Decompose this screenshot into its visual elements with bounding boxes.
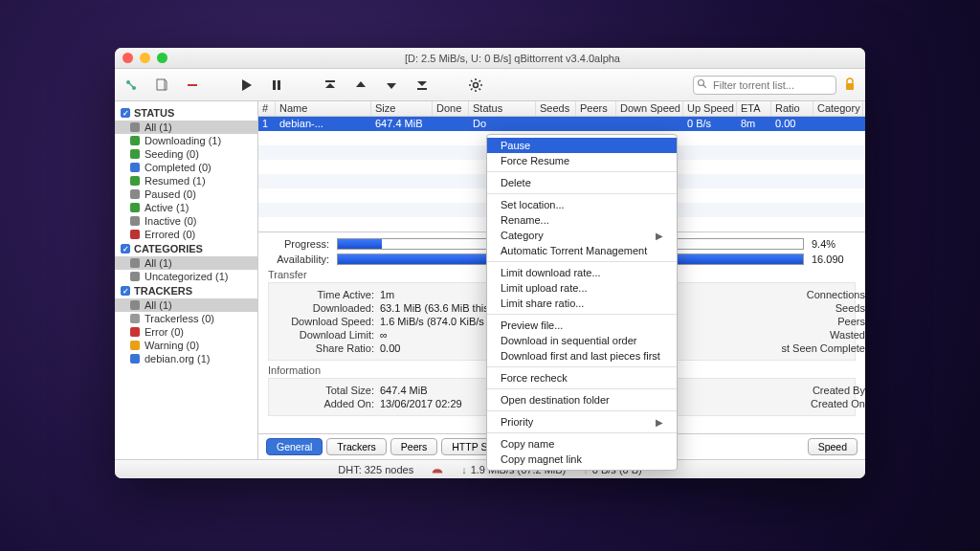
menu-separator — [487, 410, 677, 411]
menu-item[interactable]: Priority▶ — [487, 414, 677, 430]
menu-item[interactable]: Force recheck — [487, 370, 677, 386]
column-header[interactable]: Status — [469, 101, 536, 116]
field-key: Added On: — [275, 398, 380, 409]
menu-item[interactable]: Limit download rate... — [487, 265, 677, 280]
svg-rect-10 — [846, 83, 854, 90]
field-key: Peers: — [772, 316, 865, 327]
sidebar-section[interactable]: ✓TRACKERS — [115, 283, 257, 298]
field-key: Download Limit: — [275, 329, 380, 341]
column-header[interactable]: Size — [371, 101, 433, 116]
sidebar-section[interactable]: ✓CATEGORIES — [115, 241, 257, 256]
pause-icon[interactable] — [268, 77, 285, 94]
field-key: Wasted: — [772, 329, 865, 341]
sidebar-item[interactable]: debian.org (1) — [115, 352, 257, 365]
move-down-icon[interactable] — [383, 77, 400, 94]
field-key: Seeds: — [772, 302, 865, 314]
sidebar-item[interactable]: All (1) — [115, 256, 257, 270]
menu-item[interactable]: Open destination folder — [487, 392, 677, 408]
titlebar: [D: 2.5 MiB/s, U: 0 B/s] qBittorrent v3.… — [115, 48, 865, 69]
sidebar-item[interactable]: Trackerless (0) — [115, 312, 257, 325]
menu-item[interactable]: Pause — [487, 138, 677, 153]
svg-point-8 — [474, 82, 479, 87]
sidebar-item[interactable]: Error (0) — [115, 325, 257, 339]
field-key: Total Size: — [275, 385, 380, 396]
column-header[interactable]: Down Speed — [616, 101, 683, 116]
sidebar-item[interactable]: Seeding (0) — [115, 147, 257, 161]
column-header[interactable]: Seeds — [536, 101, 576, 116]
tab-trackers[interactable]: Trackers — [326, 438, 386, 455]
menu-separator — [487, 388, 677, 389]
menu-separator — [487, 171, 677, 172]
menu-item[interactable]: Limit upload rate... — [487, 280, 677, 296]
availability-label: Availability: — [268, 253, 329, 265]
column-header[interactable]: # — [258, 101, 276, 116]
field-key: Download Speed: — [275, 316, 380, 327]
menu-separator — [487, 366, 677, 367]
remove-icon[interactable] — [184, 77, 201, 94]
sidebar-item[interactable]: Paused (0) — [115, 187, 257, 201]
add-link-icon[interactable] — [122, 77, 140, 94]
move-top-icon[interactable] — [322, 77, 339, 94]
sidebar-item[interactable]: Active (1) — [115, 201, 257, 214]
context-menu: PauseForce ResumeDeleteSet location...Re… — [486, 134, 678, 471]
column-header[interactable]: Done — [433, 101, 469, 116]
sidebar-item[interactable]: Completed (0) — [115, 161, 257, 174]
field-key: Created By: — [772, 385, 865, 396]
menu-separator — [487, 432, 677, 433]
svg-rect-7 — [417, 88, 427, 90]
search-input[interactable] — [693, 76, 836, 95]
altspeed-icon[interactable] — [431, 463, 444, 476]
field-key: st Seen Complete: — [772, 342, 865, 354]
svg-point-9 — [699, 79, 704, 85]
sidebar-item[interactable]: Downloading (1) — [115, 134, 257, 147]
menu-item[interactable]: Download first and last pieces first — [487, 348, 677, 364]
settings-icon[interactable] — [467, 77, 484, 94]
dht-status[interactable]: DHT: 325 nodes — [338, 464, 413, 475]
column-header[interactable]: Peers — [576, 101, 616, 116]
menu-item[interactable]: Preview file... — [487, 318, 677, 333]
menu-item[interactable]: Category▶ — [487, 228, 677, 243]
field-key: Created On: — [772, 398, 865, 409]
close-icon[interactable] — [122, 53, 133, 63]
progress-value: 9.4% — [812, 238, 856, 250]
speed-button[interactable]: Speed — [808, 438, 858, 455]
resume-icon[interactable] — [237, 77, 255, 94]
tab-peers[interactable]: Peers — [390, 438, 437, 455]
sidebar-section[interactable]: ✓STATUS — [115, 105, 257, 121]
menu-item[interactable]: Limit share ratio... — [487, 296, 677, 311]
column-header[interactable]: Name — [276, 101, 371, 116]
column-header[interactable]: Up Speed — [683, 101, 737, 116]
menu-item[interactable]: Force Resume — [487, 153, 677, 168]
minimize-icon[interactable] — [140, 53, 150, 63]
menu-item[interactable]: Copy name — [487, 436, 677, 452]
svg-rect-2 — [157, 79, 165, 90]
menu-separator — [487, 261, 677, 262]
column-header[interactable]: ETA — [737, 101, 771, 116]
menu-item[interactable]: Delete — [487, 175, 677, 190]
sidebar-item[interactable]: All (1) — [115, 298, 257, 312]
zoom-icon[interactable] — [157, 53, 167, 63]
move-up-icon[interactable] — [352, 77, 369, 94]
menu-item[interactable]: Set location... — [487, 197, 677, 212]
svg-rect-6 — [325, 80, 335, 82]
menu-item[interactable]: Copy magnet link — [487, 452, 677, 467]
svg-rect-4 — [273, 80, 276, 90]
menu-separator — [487, 193, 677, 194]
menu-item[interactable]: Automatic Torrent Management — [487, 243, 677, 258]
column-header[interactable]: Ratio — [771, 101, 813, 116]
add-file-icon[interactable] — [153, 77, 170, 94]
sidebar-item[interactable]: Uncategorized (1) — [115, 270, 257, 283]
column-header[interactable]: Category — [813, 101, 863, 116]
lock-icon[interactable] — [842, 77, 858, 94]
sidebar-item[interactable]: All (1) — [115, 121, 257, 134]
sidebar-item[interactable]: Inactive (0) — [115, 214, 257, 228]
move-bottom-icon[interactable] — [413, 77, 431, 94]
sidebar-item[interactable]: Warning (0) — [115, 339, 257, 352]
sidebar-item[interactable]: Errored (0) — [115, 228, 257, 241]
menu-item[interactable]: Download in sequential order — [487, 333, 677, 348]
table-row[interactable]: 1debian-...647.4 MiBDo0 B/s8m0.00 — [258, 117, 865, 131]
sidebar-item[interactable]: Resumed (1) — [115, 174, 257, 187]
tab-general[interactable]: General — [266, 438, 323, 455]
menu-item[interactable]: Rename... — [487, 212, 677, 228]
toolbar — [115, 69, 865, 101]
